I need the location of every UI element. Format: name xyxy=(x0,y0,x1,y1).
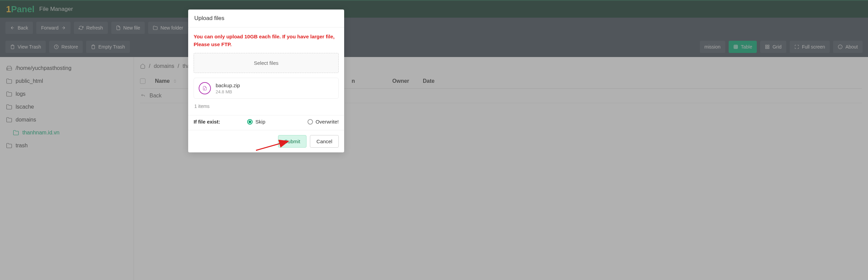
radio-icon xyxy=(308,119,313,125)
radio-icon xyxy=(247,119,253,125)
radio-skip[interactable]: Skip xyxy=(247,119,265,125)
upload-warning: You can only upload 10GB each file. If y… xyxy=(194,33,339,48)
file-size: 24.8 MB xyxy=(216,89,240,94)
radio-overwrite-label: Overwrite! xyxy=(316,119,339,125)
select-files-label: Select files xyxy=(254,60,279,66)
modal-title: Upload files xyxy=(188,10,344,27)
file-item: backup.zip 24.8 MB xyxy=(194,78,339,99)
exist-label: If file exist: xyxy=(194,119,220,125)
radio-overwrite[interactable]: Overwrite! xyxy=(308,119,339,125)
items-count: 1 items xyxy=(194,99,339,112)
file-type-icon xyxy=(199,82,211,94)
modal-footer: Submit Cancel xyxy=(188,130,344,152)
cancel-button[interactable]: Cancel xyxy=(310,135,339,148)
radio-skip-label: Skip xyxy=(255,119,265,125)
file-name: backup.zip xyxy=(216,82,240,88)
submit-button[interactable]: Submit xyxy=(278,135,307,148)
select-files-zone[interactable]: Select files xyxy=(194,53,339,73)
upload-modal: Upload files You can only upload 10GB ea… xyxy=(188,10,344,152)
modal-overlay[interactable] xyxy=(0,0,868,280)
file-exist-row: If file exist: Skip Overwrite! xyxy=(188,115,344,130)
